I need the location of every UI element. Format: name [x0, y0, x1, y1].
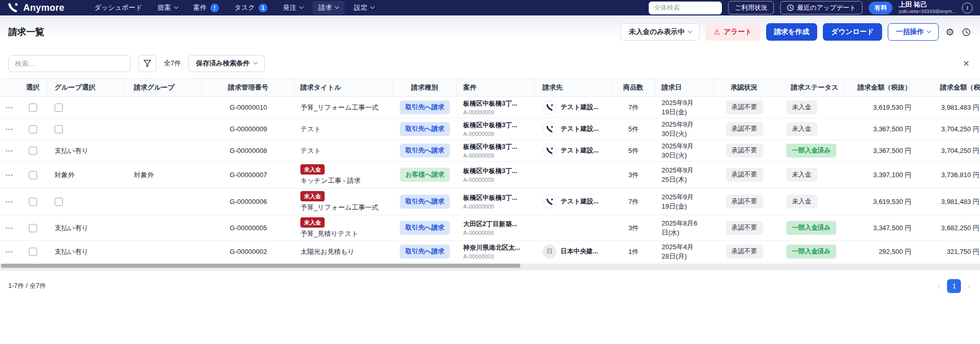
- next-page-icon[interactable]: ›: [967, 281, 972, 291]
- nav-item-invoice[interactable]: 請求: [312, 1, 345, 14]
- scrollbar-thumb[interactable]: [1, 264, 520, 268]
- row-menu-button[interactable]: ⋯: [3, 247, 15, 256]
- cell-invoice-status: 未入金: [774, 162, 843, 188]
- row-menu-button[interactable]: ⋯: [3, 146, 15, 156]
- invoice-number: G-00000010: [230, 104, 267, 111]
- project-code: A-00000006: [463, 230, 494, 236]
- column-header: 商品数: [612, 79, 655, 96]
- nav-right: ご利用状況 最近のアップデート 有料 上田 祐己 yuki.ueta+33333…: [649, 1, 973, 14]
- cell-invoice-status: 未入金: [774, 118, 843, 140]
- cell-invoice-status: 一部入金済み: [774, 140, 843, 161]
- user-menu[interactable]: 上田 祐己 yuki.ueta+33333@anym...: [899, 1, 956, 14]
- project-link[interactable]: 板橋区中板橋3丁...A-00000009: [463, 121, 517, 137]
- project-name: 板橋区中板橋3丁...: [463, 143, 517, 151]
- project-link[interactable]: 大田区2丁目新築...A-00000006: [463, 220, 517, 236]
- cell-invoice-group: [125, 241, 202, 262]
- group-select-checkbox[interactable]: [55, 198, 63, 206]
- bulk-action-dropdown[interactable]: 一括操作: [888, 23, 939, 41]
- user-email: yuki.ueta+33333@anym...: [899, 9, 956, 14]
- saved-search-dropdown[interactable]: 保存済み検索条件: [188, 55, 264, 72]
- settings-gear-button[interactable]: ⚙: [944, 26, 955, 38]
- row-select-checkbox[interactable]: [29, 198, 37, 206]
- invoice-status-badge: 未入金: [786, 122, 817, 136]
- table-row: ⋯支払い有りG-00000008テスト取引先へ請求板橋区中板橋3丁...A-00…: [0, 140, 980, 162]
- invoice-date: 2025年9月30日(火): [662, 142, 694, 160]
- client-logo-icon: [543, 195, 556, 209]
- group-select-checkbox[interactable]: [55, 104, 63, 112]
- cell-invoice-status: 未入金: [774, 97, 843, 118]
- row-menu-button[interactable]: ⋯: [3, 170, 15, 180]
- cell-invoice-number: G-00000006: [202, 188, 295, 215]
- nav-item-label: 設定: [354, 3, 367, 12]
- prev-page-icon[interactable]: ‹: [937, 281, 942, 291]
- column-header: 請求金額（税込）: [926, 79, 980, 96]
- cell-invoice-title: テスト: [295, 140, 393, 161]
- usage-button[interactable]: ご利用状況: [728, 1, 774, 14]
- invoice-title: テスト: [300, 146, 321, 156]
- group-select-checkbox[interactable]: [55, 125, 63, 133]
- alert-button[interactable]: ⚠ アラート: [705, 23, 761, 41]
- invoice-type-badge: 取引先へ請求: [400, 245, 450, 259]
- project-link[interactable]: 板橋区中板橋3丁...A-00000009: [463, 99, 517, 115]
- cell-project: 板橋区中板橋3丁...A-00000009: [457, 97, 534, 118]
- nav-item-settings[interactable]: 設定: [348, 1, 380, 14]
- info-icon[interactable]: i: [962, 3, 973, 13]
- chevron-down-icon: [688, 29, 692, 33]
- cell-invoice-group: [125, 140, 202, 161]
- row-select-checkbox[interactable]: [29, 248, 37, 256]
- row-select-checkbox[interactable]: [29, 171, 37, 179]
- project-link[interactable]: 板橋区中板橋3丁...A-00000009: [463, 143, 517, 159]
- cell-project: 神奈川県港北区太...A-00000003: [457, 241, 534, 262]
- project-link[interactable]: 神奈川県港北区太...A-00000003: [463, 244, 520, 260]
- cell-project: 板橋区中板橋3丁...A-00000009: [457, 162, 534, 188]
- nav-item-project[interactable]: 案件!: [187, 1, 225, 14]
- row-menu-button[interactable]: ⋯: [3, 125, 15, 134]
- cell-invoice-title: 未入金キッチン工事 - 請求: [295, 162, 393, 188]
- column-header: 請求管理番号: [202, 79, 295, 96]
- cell-row-menu: ⋯: [0, 215, 19, 240]
- row-menu-button[interactable]: ⋯: [3, 197, 15, 207]
- create-invoice-button[interactable]: 請求を作成: [766, 23, 818, 41]
- payment-filter-dropdown[interactable]: 未入金のみ表示中: [620, 23, 700, 41]
- brand-logo[interactable]: Anymore: [7, 2, 64, 14]
- row-menu-button[interactable]: ⋯: [3, 103, 15, 112]
- horizontal-scrollbar[interactable]: [0, 264, 980, 270]
- search-input[interactable]: [8, 55, 131, 72]
- alert-button-label: アラート: [724, 27, 752, 37]
- project-link[interactable]: 板橋区中板橋3丁...A-00000009: [463, 194, 517, 210]
- close-icon[interactable]: ✕: [961, 57, 972, 71]
- invoice-type-badge: 取引先へ請求: [400, 221, 450, 235]
- cell-invoice-status: 一部入金済み: [774, 241, 843, 262]
- project-name: 板橋区中板橋3丁...: [463, 121, 517, 130]
- page-1-button[interactable]: 1: [947, 279, 961, 293]
- cell-invoice-status: 未入金: [774, 188, 843, 215]
- item-count: 5件: [628, 146, 638, 156]
- gear-icon: ⚙: [945, 27, 954, 37]
- column-header: 選択: [19, 79, 47, 96]
- invoice-number: G-00000006: [230, 198, 267, 205]
- invoice-title-block: 予算_リフォーム工事一式: [300, 103, 378, 112]
- cell-invoice-number: G-00000010: [202, 97, 295, 118]
- row-select-checkbox[interactable]: [29, 224, 37, 232]
- nav-item-dashboard[interactable]: ダッシュボード: [88, 1, 148, 14]
- cell-client: テスト建設...: [534, 188, 612, 215]
- history-clock-button[interactable]: [961, 27, 972, 38]
- cell-invoice-title: 未入金予算_リフォーム工事一式: [295, 188, 393, 215]
- nav-item-proposal[interactable]: 提案: [151, 1, 184, 14]
- project-link[interactable]: 板橋区中板橋3丁...A-00000009: [463, 167, 517, 183]
- filter-button[interactable]: [138, 55, 157, 72]
- cell-invoice-title: 未入金予算_見積りテスト: [295, 215, 393, 240]
- nav-item-task[interactable]: タスク1: [228, 1, 274, 14]
- global-search-input[interactable]: [649, 2, 722, 14]
- nav-item-order[interactable]: 発注: [277, 1, 309, 14]
- row-menu-button[interactable]: ⋯: [3, 223, 15, 233]
- cell-invoice-date: 2025年9月19日(金): [655, 188, 715, 215]
- row-select-checkbox[interactable]: [29, 125, 37, 133]
- row-select-checkbox[interactable]: [29, 147, 37, 155]
- updates-button[interactable]: 最近のアップデート: [780, 1, 863, 14]
- download-button[interactable]: ダウンロード: [823, 23, 882, 41]
- cell-item-count: 1件: [612, 241, 655, 262]
- row-select-checkbox[interactable]: [29, 104, 37, 112]
- project-name: 板橋区中板橋3丁...: [463, 167, 517, 176]
- approval-status-badge: 承認不要: [726, 168, 763, 182]
